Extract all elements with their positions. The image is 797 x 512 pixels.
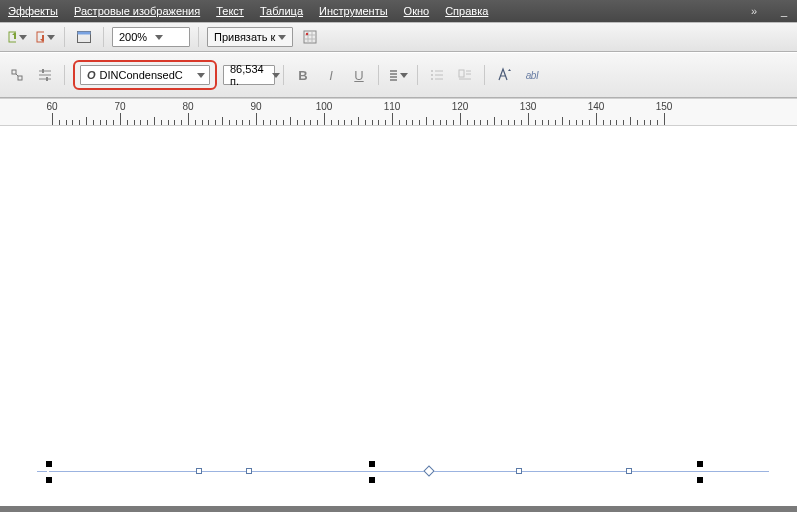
ruler-tick xyxy=(630,117,631,125)
horizontal-ruler[interactable]: 60708090100110120130140150 xyxy=(0,98,797,126)
ruler-tick xyxy=(161,120,162,125)
ruler-tick xyxy=(127,120,128,125)
ruler-tick xyxy=(508,120,509,125)
underline-icon[interactable]: U xyxy=(348,64,370,86)
menu-table[interactable]: Таблица xyxy=(260,5,303,17)
selection-handle[interactable] xyxy=(246,468,252,474)
selection-handle[interactable] xyxy=(196,468,202,474)
character-formatting-icon[interactable] xyxy=(493,64,515,86)
ruler-label: 70 xyxy=(114,101,125,112)
ruler-tick xyxy=(304,120,305,125)
ruler-tick xyxy=(372,120,373,125)
svg-rect-8 xyxy=(42,69,44,73)
menu-help[interactable]: Справка xyxy=(445,5,488,17)
font-size-combo[interactable]: 86,534 п. xyxy=(223,65,275,85)
bold-icon[interactable]: B xyxy=(292,64,314,86)
svg-rect-13 xyxy=(459,70,464,77)
export-icon[interactable] xyxy=(34,26,56,48)
selection-handle[interactable] xyxy=(516,468,522,474)
ruler-tick xyxy=(576,120,577,125)
chevron-down-icon xyxy=(197,73,205,78)
font-family-combo[interactable]: O DINCondensedC xyxy=(80,65,210,85)
distribute-icon[interactable] xyxy=(34,64,56,86)
ruler-tick xyxy=(589,120,590,125)
center-origin-handle[interactable] xyxy=(423,465,434,476)
selection-handle[interactable] xyxy=(697,477,703,483)
ruler-tick xyxy=(480,120,481,125)
ruler-tick xyxy=(229,120,230,125)
selection-handle[interactable] xyxy=(369,477,375,483)
ruler-tick xyxy=(147,120,148,125)
font-name-value: DINCondensedC xyxy=(100,69,183,81)
ruler-tick xyxy=(419,120,420,125)
menu-tools[interactable]: Инструменты xyxy=(319,5,388,17)
ruler-tick xyxy=(236,120,237,125)
zoom-value: 200% xyxy=(119,31,147,43)
fullscreen-preview-icon[interactable] xyxy=(73,26,95,48)
ruler-tick xyxy=(385,120,386,125)
text-align-icon[interactable] xyxy=(387,64,409,86)
ruler-label: 120 xyxy=(452,101,469,112)
menu-bar: Эффекты Растровые изображения Текст Табл… xyxy=(0,0,797,22)
menu-bitmap[interactable]: Растровые изображения xyxy=(74,5,200,17)
menu-overflow-icon[interactable]: » xyxy=(747,5,761,17)
italic-icon[interactable]: I xyxy=(320,64,342,86)
menu-text[interactable]: Текст xyxy=(216,5,244,17)
edit-text-icon[interactable]: abI xyxy=(521,64,543,86)
selection-handle[interactable] xyxy=(46,461,52,467)
selection-handle[interactable] xyxy=(697,461,703,467)
ruler-tick xyxy=(140,120,141,125)
chevron-down-icon xyxy=(278,35,286,40)
ruler-tick xyxy=(338,120,339,125)
ruler-tick xyxy=(412,120,413,125)
svg-point-12 xyxy=(431,78,433,80)
svg-point-11 xyxy=(431,74,433,76)
zoom-combo[interactable]: 200% xyxy=(112,27,190,47)
menu-effects[interactable]: Эффекты xyxy=(8,5,58,17)
ruler-tick xyxy=(542,120,543,125)
ruler-tick xyxy=(569,120,570,125)
window-border xyxy=(0,506,797,512)
separator xyxy=(283,65,284,85)
ruler-tick xyxy=(113,120,114,125)
selected-text-object[interactable] xyxy=(49,471,769,472)
ruler-tick xyxy=(256,113,257,125)
ruler-label: 80 xyxy=(182,101,193,112)
ruler-tick xyxy=(399,120,400,125)
snap-to-button[interactable]: Привязать к xyxy=(207,27,293,47)
ruler-tick xyxy=(72,120,73,125)
separator xyxy=(378,65,379,85)
ruler-tick xyxy=(487,120,488,125)
ruler-label: 140 xyxy=(588,101,605,112)
ruler-tick xyxy=(106,120,107,125)
import-icon[interactable] xyxy=(6,26,28,48)
snap-options-icon[interactable] xyxy=(299,26,321,48)
snap-to-label: Привязать к xyxy=(214,31,275,43)
ruler-tick xyxy=(535,120,536,125)
ruler-tick xyxy=(650,120,651,125)
text-baseline xyxy=(49,471,769,472)
ruler-tick xyxy=(79,120,80,125)
ruler-tick xyxy=(331,120,332,125)
ruler-tick xyxy=(324,113,325,125)
ruler-tick xyxy=(521,120,522,125)
align-objects-icon[interactable] xyxy=(6,64,28,86)
ruler-tick xyxy=(52,113,53,125)
ruler-tick xyxy=(310,120,311,125)
drawing-canvas[interactable] xyxy=(0,126,797,506)
selection-handle[interactable] xyxy=(626,468,632,474)
ruler-label: 100 xyxy=(316,101,333,112)
ruler-tick xyxy=(644,120,645,125)
ruler-tick xyxy=(548,120,549,125)
bullet-list-icon[interactable] xyxy=(426,64,448,86)
font-size-value: 86,534 п. xyxy=(230,63,264,87)
ruler-tick xyxy=(378,120,379,125)
menu-window[interactable]: Окно xyxy=(404,5,430,17)
selection-handle[interactable] xyxy=(369,461,375,467)
selection-handle[interactable] xyxy=(46,477,52,483)
drop-cap-icon[interactable] xyxy=(454,64,476,86)
ruler-tick xyxy=(120,113,121,125)
ruler-tick xyxy=(222,117,223,125)
ruler-tick xyxy=(351,120,352,125)
window-minimize-icon[interactable]: _ xyxy=(777,5,791,17)
